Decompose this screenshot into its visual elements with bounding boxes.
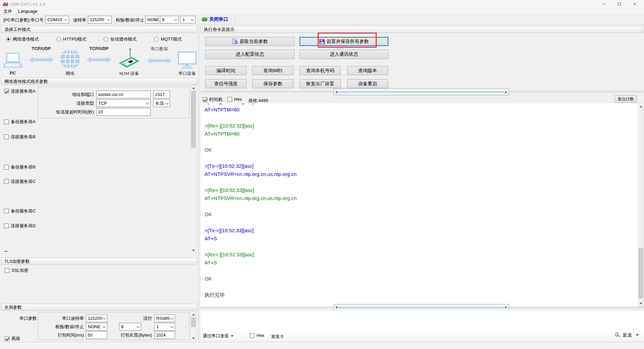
checkbox-connect-server-a[interactable]: 连接服务器A <box>4 88 36 94</box>
radio-net-transparent-mode[interactable]: 网络透传模式 <box>6 36 39 42</box>
radio-icon[interactable] <box>6 37 11 42</box>
minimize-button[interactable] <box>596 0 611 8</box>
splitter-trackbar-top[interactable] <box>333 88 509 95</box>
checkbox-icon[interactable] <box>4 135 9 139</box>
checkbox-icon[interactable] <box>227 97 232 102</box>
compile-time-button[interactable]: 编译时间 <box>205 66 247 75</box>
pack-len-input[interactable] <box>154 331 175 339</box>
checkbox-backup-server-b[interactable]: 备份服务器B <box>4 164 36 170</box>
scroll-down-icon[interactable] <box>640 303 642 304</box>
send-via-serial-dropdown[interactable]: 通过串口发送 <box>203 333 233 339</box>
global-stopbits-select[interactable]: 1 <box>154 323 175 331</box>
save-params-button[interactable]: 保存参数 <box>252 79 293 88</box>
parity-select[interactable]: NONI <box>145 16 159 23</box>
checkbox-icon[interactable] <box>4 223 9 228</box>
scrollbar-thumb[interactable] <box>191 317 196 327</box>
pack-time-input[interactable] <box>86 331 107 339</box>
radio-httpd-mode[interactable]: HTTPD模式 <box>56 36 86 42</box>
panel-divider[interactable] <box>199 24 199 349</box>
maximize-button[interactable] <box>611 0 627 8</box>
serial-baud-select[interactable]: 115200 <box>86 314 107 322</box>
scroll-down-icon[interactable] <box>192 250 195 251</box>
checkbox-backup-server-c[interactable]: 备份服务器C <box>4 208 36 214</box>
trackbar-marker-icon[interactable] <box>504 91 507 93</box>
flow-ctrl-select[interactable]: RS485 <box>154 314 175 322</box>
trackbar-marker-icon[interactable] <box>504 307 507 309</box>
scroll-up-icon[interactable] <box>192 87 195 89</box>
keepalive-select[interactable]: 长连 <box>153 99 170 107</box>
server-a-port-input[interactable] <box>153 91 170 98</box>
menu-language[interactable]: Language <box>18 9 38 14</box>
checkbox-icon[interactable] <box>4 165 9 169</box>
query-version-button[interactable]: 查询版本 <box>347 66 388 75</box>
checkbox-icon[interactable] <box>4 179 9 184</box>
short-conn-timeout-input[interactable] <box>96 108 151 116</box>
log-scrollbar[interactable] <box>638 103 644 307</box>
radio-sms-transparent-mode[interactable]: 短信透传模式 <box>104 36 137 42</box>
com-port-select[interactable]: COM10 <box>45 16 69 23</box>
diagram-node-network: 网络 <box>60 45 80 78</box>
log-output[interactable]: >[Tx->][10:52:32][asc]AT+NTPTM=60>[Rx<-]… <box>201 103 638 307</box>
checkbox-timestamp[interactable]: 时间戳 <box>203 97 222 103</box>
databits-select[interactable]: 8 <box>160 16 179 23</box>
scrollbar-thumb[interactable] <box>639 248 643 298</box>
get-current-params-button[interactable]: 获取当前参数 <box>205 37 294 46</box>
checkbox-icon[interactable] <box>4 119 9 124</box>
chevron-down-icon <box>170 325 174 328</box>
menu-file[interactable]: 文件 <box>3 8 12 14</box>
close-button[interactable]: × <box>627 0 642 8</box>
stopbits-select[interactable]: 1 <box>180 16 196 23</box>
checkbox-icon[interactable] <box>4 89 9 94</box>
monitor-icon <box>178 45 197 69</box>
send-button[interactable]: 发送 <box>614 332 639 338</box>
scroll-down-icon[interactable] <box>192 338 195 339</box>
global-databits-select[interactable]: 8 <box>119 323 141 331</box>
scroll-up-icon[interactable] <box>640 106 642 107</box>
log-line: AT+S <box>201 259 638 267</box>
dropdown-arrow-icon <box>636 334 639 336</box>
conn-type-select[interactable]: TCP <box>96 99 151 107</box>
scrollbar-thumb[interactable] <box>191 91 196 148</box>
baud-select[interactable]: 115200 <box>88 16 112 23</box>
radio-icon[interactable] <box>154 37 159 42</box>
checkbox-connect-server-c[interactable]: 连接服务器C <box>4 179 36 185</box>
scroll-up-icon[interactable] <box>192 314 195 315</box>
reset-counter-button[interactable]: 复位计数 <box>614 95 637 103</box>
checkbox-connect-server-d[interactable]: 连接服务器D <box>4 223 36 229</box>
serial-baud-value: 115200 <box>88 316 102 321</box>
server-a-address-input[interactable] <box>96 91 151 98</box>
send-input-area[interactable] <box>201 311 644 342</box>
enter-config-state-button[interactable]: 进入配置状态 <box>205 50 294 59</box>
trackbar-marker-icon[interactable] <box>335 91 338 93</box>
parity-label: 检验/数据/停止 <box>116 17 144 23</box>
splitter-trackbar-bottom[interactable] <box>333 304 509 311</box>
checkbox-icon[interactable] <box>5 268 9 273</box>
close-serial-button[interactable]: 关闭串口 <box>209 16 228 22</box>
factory-reset-button[interactable]: 恢复出厂设置 <box>300 79 341 88</box>
device-restart-button[interactable]: 设备重启 <box>347 79 388 88</box>
checkbox-icon[interactable] <box>4 209 9 213</box>
checkbox-icon[interactable] <box>203 97 207 102</box>
query-signal-strength-button[interactable]: 查信号强度 <box>205 79 247 88</box>
radio-icon[interactable] <box>56 37 61 42</box>
checkbox-backup-server-a[interactable]: 备份服务器A <box>4 119 36 125</box>
timestamp-label: 时间戳 <box>209 97 222 103</box>
app-icon <box>3 1 8 8</box>
checkbox-connect-server-b[interactable]: 连接服务器B <box>4 134 36 140</box>
servers-scrollbar[interactable] <box>191 85 196 254</box>
trackbar-marker-icon[interactable] <box>335 307 338 309</box>
checkbox-advanced[interactable]: 高级 <box>5 336 20 342</box>
checkbox-icon[interactable] <box>250 333 255 338</box>
query-imei-button[interactable]: 查询IMEI <box>252 66 293 75</box>
checkbox-icon[interactable] <box>5 336 9 341</box>
checkbox-ssl-encrypt[interactable]: SSL加密 <box>5 267 29 273</box>
radio-icon[interactable] <box>104 37 108 42</box>
enter-comm-state-button[interactable]: 进入通讯状态 <box>300 50 388 59</box>
radio-mqtt-mode[interactable]: MQTT模式 <box>154 36 182 42</box>
query-phone-number-button[interactable]: 查询本机号码 <box>300 66 341 75</box>
chevron-down-icon <box>107 18 110 21</box>
global-parity-select[interactable]: NONE <box>86 323 107 331</box>
checkbox-send-hex[interactable]: Hex <box>250 333 264 338</box>
global-scrollbar[interactable] <box>191 311 196 342</box>
checkbox-log-hex[interactable]: Hex <box>227 97 242 102</box>
